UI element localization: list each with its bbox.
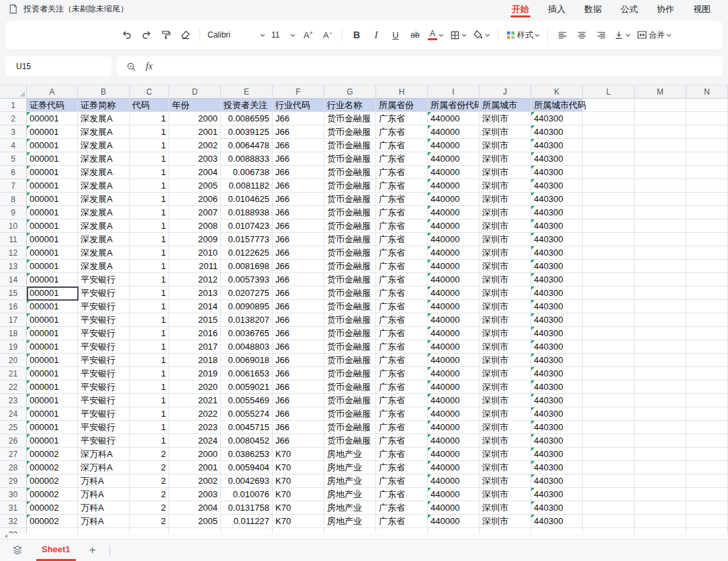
cell-A32[interactable]: 000002 (27, 515, 78, 528)
cell-C32[interactable]: 2 (130, 515, 169, 528)
cell-J2[interactable]: 深圳市 (480, 112, 531, 125)
cell-L12[interactable] (583, 246, 635, 260)
cell-G6[interactable]: 货币金融服 (324, 166, 376, 179)
cell-N7[interactable] (686, 179, 728, 193)
cell-N26[interactable] (686, 434, 728, 448)
cell-I24[interactable]: 440000 (428, 407, 480, 421)
cell-J21[interactable]: 深圳市 (480, 367, 531, 380)
cell-M28[interactable] (635, 461, 686, 474)
cell-B4[interactable]: 深发展A (78, 139, 130, 152)
cell-M18[interactable] (635, 327, 686, 340)
row-header-14[interactable]: 14 (0, 273, 27, 287)
cell-N12[interactable] (686, 246, 728, 260)
cell-I4[interactable]: 440000 (428, 139, 480, 152)
cell-M16[interactable] (635, 300, 686, 313)
cell-H3[interactable]: 广东省 (376, 125, 428, 139)
row-header-26[interactable]: 26 (0, 434, 27, 448)
cell-C14[interactable]: 1 (130, 273, 169, 287)
cell-E9[interactable]: 0.0188938 (221, 206, 273, 219)
cell-J19[interactable]: 深圳市 (480, 340, 531, 354)
cell-C28[interactable]: 2 (130, 461, 169, 474)
cell-M17[interactable] (635, 313, 686, 327)
vertical-align-button[interactable] (612, 26, 633, 44)
cell-M30[interactable] (635, 488, 686, 501)
cell-G5[interactable]: 货币金融服 (324, 152, 376, 166)
cell-L10[interactable] (583, 219, 635, 233)
cell-M2[interactable] (635, 112, 686, 125)
cell-G31[interactable]: 房地产业 (324, 501, 376, 515)
cell-D31[interactable]: 2004 (169, 501, 221, 515)
cell-K14[interactable]: 440300 (531, 273, 583, 287)
row-header-2[interactable]: 2 (0, 112, 27, 125)
cell-I18[interactable]: 440000 (428, 327, 480, 340)
cell-B7[interactable]: 深发展A (78, 179, 130, 193)
cell-M13[interactable] (635, 260, 686, 273)
sheet-tab-sheet1[interactable]: Sheet1 (36, 540, 76, 561)
cell-A21[interactable]: 000001 (27, 367, 78, 380)
cell-C12[interactable]: 1 (130, 246, 169, 260)
cell-E25[interactable]: 0.0045715 (221, 421, 273, 434)
cell-H21[interactable]: 广东省 (376, 367, 428, 380)
cell-H11[interactable]: 广东省 (376, 233, 428, 246)
cell-B27[interactable]: 深万科A (78, 448, 130, 461)
cell-I14[interactable]: 440000 (428, 273, 480, 287)
cell-L33[interactable] (583, 528, 635, 533)
cell-C19[interactable]: 1 (130, 340, 169, 354)
cell-H17[interactable]: 广东省 (376, 313, 428, 327)
cell-J8[interactable]: 深圳市 (480, 193, 531, 206)
cell-I2[interactable]: 440000 (428, 112, 480, 125)
cell-C4[interactable]: 1 (130, 139, 169, 152)
cell-J27[interactable]: 深圳市 (480, 448, 531, 461)
cell-C18[interactable]: 1 (130, 327, 169, 340)
cell-C2[interactable]: 1 (130, 112, 169, 125)
bold-button[interactable]: B (348, 26, 365, 44)
sheet-list-icon[interactable] (12, 545, 23, 556)
cell-L31[interactable] (583, 501, 635, 515)
cell-K27[interactable]: 440300 (531, 448, 583, 461)
cell-I22[interactable]: 440000 (428, 380, 480, 394)
cell-H16[interactable]: 广东省 (376, 300, 428, 313)
cell-L21[interactable] (583, 367, 635, 380)
cell-J25[interactable]: 深圳市 (480, 421, 531, 434)
ribbon-tab-公式[interactable]: 公式 (619, 0, 639, 18)
cell-I19[interactable]: 440000 (428, 340, 480, 354)
cell-D28[interactable]: 2001 (169, 461, 221, 474)
cell-L23[interactable] (583, 394, 635, 407)
cell-A14[interactable]: 000001 (27, 273, 78, 287)
cell-A23[interactable]: 000001 (27, 394, 78, 407)
cell-K9[interactable]: 440300 (531, 206, 583, 219)
cell-I33[interactable] (428, 528, 480, 533)
cell-B19[interactable]: 平安银行 (78, 340, 130, 354)
cell-D4[interactable]: 2002 (169, 139, 221, 152)
cell-K10[interactable]: 440300 (531, 219, 583, 233)
cell-K21[interactable]: 440300 (531, 367, 583, 380)
cell-L25[interactable] (583, 421, 635, 434)
cell-F31[interactable]: K70 (273, 501, 324, 515)
cell-A1[interactable]: 证券代码 (27, 99, 78, 112)
cell-L26[interactable] (583, 434, 635, 448)
cell-L9[interactable] (583, 206, 635, 219)
cell-B21[interactable]: 平安银行 (78, 367, 130, 380)
cell-B18[interactable]: 平安银行 (78, 327, 130, 340)
cell-C11[interactable]: 1 (130, 233, 169, 246)
cell-B6[interactable]: 深发展A (78, 166, 130, 179)
cell-E33[interactable] (221, 528, 273, 533)
cell-F33[interactable] (273, 528, 324, 533)
row-header-20[interactable]: 20 (0, 354, 27, 367)
cell-N24[interactable] (686, 407, 728, 421)
cell-B33[interactable] (78, 528, 130, 533)
cell-F26[interactable]: J66 (273, 434, 324, 448)
cell-D25[interactable]: 2023 (169, 421, 221, 434)
cell-N5[interactable] (686, 152, 728, 166)
cell-H22[interactable]: 广东省 (376, 380, 428, 394)
cell-J13[interactable]: 深圳市 (480, 260, 531, 273)
cell-A6[interactable]: 000001 (27, 166, 78, 179)
cell-K26[interactable]: 440300 (531, 434, 583, 448)
cell-K8[interactable]: 440300 (531, 193, 583, 206)
cell-F29[interactable]: K70 (273, 474, 324, 488)
cell-G23[interactable]: 货币金融服 (324, 394, 376, 407)
font-size-select[interactable]: 11 (269, 26, 298, 44)
cell-D6[interactable]: 2004 (169, 166, 221, 179)
cell-B20[interactable]: 平安银行 (78, 354, 130, 367)
row-header-24[interactable]: 24 (0, 407, 27, 421)
